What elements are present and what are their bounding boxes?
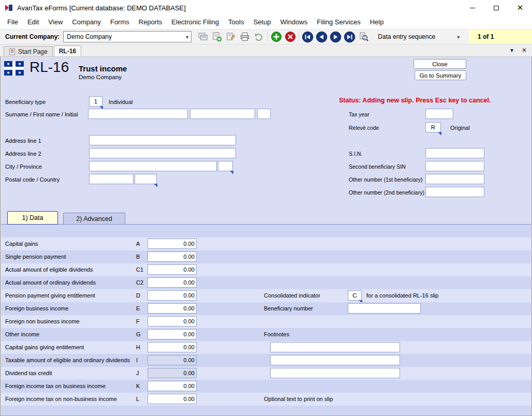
- delete-slip-button[interactable]: [283, 30, 297, 43]
- close-form-button[interactable]: Close: [413, 59, 466, 69]
- data-panel: Capital gains A Single pension payment B…: [1, 224, 531, 415]
- data-row-i: Taxable amount of eligible and ordinary …: [1, 354, 531, 367]
- previous-slip-button[interactable]: [315, 30, 329, 43]
- box-code: G: [136, 328, 141, 341]
- box-code: E: [136, 302, 140, 315]
- add-company-button[interactable]: [210, 30, 224, 43]
- maximize-icon: [494, 6, 499, 10]
- footnote-input-2[interactable]: [270, 355, 400, 365]
- consolidated-indicator-input[interactable]: [348, 290, 362, 301]
- print-button[interactable]: [238, 30, 252, 43]
- tab-start-page[interactable]: Start Page: [4, 46, 53, 56]
- go-to-summary-button[interactable]: Go to Summary: [415, 70, 466, 80]
- add-company-icon: [212, 32, 222, 42]
- surname-input[interactable]: [88, 109, 188, 119]
- menu-item-electronic-filing[interactable]: Electronic Filing: [167, 16, 224, 29]
- first-slip-icon: [302, 31, 314, 43]
- data-panel-filler: [1, 406, 531, 415]
- amount-input-k[interactable]: [147, 381, 197, 391]
- app-window: AvanTax eForms [Current database: DEMO D…: [0, 0, 532, 416]
- tab-close-button[interactable]: ✕: [522, 47, 527, 54]
- consolidated-indicator-description: for a consolidated RL-16 slip: [366, 289, 438, 302]
- row-label: Foreign business income: [5, 302, 68, 315]
- footnotes-label: Footnotes: [264, 328, 289, 341]
- menu-item-forms[interactable]: Forms: [106, 16, 134, 29]
- footnote-input-3[interactable]: [270, 368, 400, 378]
- releve-code-field: [425, 122, 441, 132]
- add-slip-button[interactable]: [269, 30, 283, 43]
- beneficiary-type-description: Individual: [109, 98, 132, 106]
- amount-input-d[interactable]: [147, 290, 197, 301]
- amount-input-f[interactable]: [147, 316, 197, 326]
- address-line-1-input[interactable]: [89, 135, 236, 145]
- sin-input[interactable]: [425, 148, 484, 158]
- record-position-indicator: 1 of 1: [469, 29, 532, 44]
- tab-start-page-label: Start Page: [18, 48, 48, 55]
- last-slip-button[interactable]: [343, 30, 357, 43]
- amount-input-a[interactable]: [147, 239, 197, 249]
- country-input[interactable]: [135, 174, 157, 184]
- minimize-button[interactable]: [461, 0, 484, 16]
- other-number-1-input[interactable]: [425, 174, 484, 184]
- toolbar-separator: [267, 32, 268, 42]
- menu-item-view[interactable]: View: [43, 16, 67, 29]
- footnote-input-1[interactable]: [270, 342, 400, 352]
- second-beneficiary-sin-input[interactable]: [425, 161, 484, 171]
- menu-item-reports[interactable]: Reports: [134, 16, 167, 29]
- company-select[interactable]: Demo Company ▾: [63, 31, 191, 42]
- province-input[interactable]: [218, 161, 233, 171]
- amount-input-c1[interactable]: [147, 264, 197, 275]
- amount-input-h[interactable]: [147, 342, 197, 352]
- window-controls: ✕: [461, 0, 532, 16]
- amount-input-i: [147, 355, 197, 365]
- data-panel-band: [1, 225, 531, 237]
- close-button[interactable]: ✕: [508, 0, 532, 16]
- row-label: Capital gains giving entitlement: [5, 341, 84, 354]
- company-select-value: Demo Company: [67, 33, 112, 40]
- tab-list-caret-button[interactable]: ▾: [510, 47, 513, 54]
- postal-code-input[interactable]: [89, 174, 134, 184]
- beneficiary-type-input[interactable]: [89, 96, 102, 107]
- undo-button[interactable]: [252, 30, 265, 43]
- consolidated-indicator-field: [348, 290, 362, 301]
- releve-code-input[interactable]: [425, 122, 441, 132]
- company-info-button[interactable]: [196, 30, 210, 43]
- menu-item-tools[interactable]: Tools: [224, 16, 248, 29]
- box-code: D: [136, 289, 140, 302]
- amount-input-g[interactable]: [147, 329, 197, 339]
- tax-year-input[interactable]: [425, 109, 453, 119]
- menu-item-file[interactable]: File: [3, 16, 23, 29]
- row-label: Other income: [5, 328, 39, 341]
- beneficiary-number-input[interactable]: [348, 303, 421, 314]
- amount-input-b[interactable]: [147, 251, 197, 262]
- city-input[interactable]: [89, 161, 217, 171]
- menu-item-windows[interactable]: Windows: [275, 16, 312, 29]
- address-line-2-input[interactable]: [89, 148, 236, 158]
- row-label: Pension payment giving entitlement: [5, 289, 95, 302]
- first-name-input[interactable]: [190, 109, 255, 119]
- menu-item-setup[interactable]: Setup: [248, 16, 275, 29]
- menu-item-company[interactable]: Company: [67, 16, 106, 29]
- amount-input-c2[interactable]: [147, 277, 197, 288]
- sequence-select[interactable]: Data entry sequence ▾: [375, 31, 463, 43]
- edit-slips-button[interactable]: [224, 30, 238, 43]
- close-icon: ✕: [517, 3, 524, 12]
- minimize-icon: [470, 8, 475, 8]
- maximize-button[interactable]: [484, 0, 508, 16]
- next-slip-button[interactable]: [329, 30, 343, 43]
- other-number-2-input[interactable]: [425, 187, 484, 197]
- delete-slip-icon: [285, 31, 296, 42]
- amount-input-l[interactable]: [147, 394, 197, 404]
- amount-input-e[interactable]: [147, 303, 197, 314]
- menu-item-help[interactable]: Help: [365, 16, 389, 29]
- form-company-name: Demo Company: [79, 74, 122, 80]
- find-slip-button[interactable]: [357, 30, 371, 43]
- first-slip-button[interactable]: [301, 30, 315, 43]
- status-message: Status: Adding new slip. Press Esc key t…: [339, 97, 491, 104]
- tab-rl16[interactable]: RL-16: [54, 46, 81, 56]
- menu-item-filing-services[interactable]: Filing Services: [312, 16, 365, 29]
- tab-data[interactable]: 1) Data: [7, 211, 58, 225]
- tab-advanced[interactable]: 2) Advanced: [63, 213, 125, 224]
- initial-input[interactable]: [257, 109, 271, 119]
- menu-item-edit[interactable]: Edit: [23, 16, 43, 29]
